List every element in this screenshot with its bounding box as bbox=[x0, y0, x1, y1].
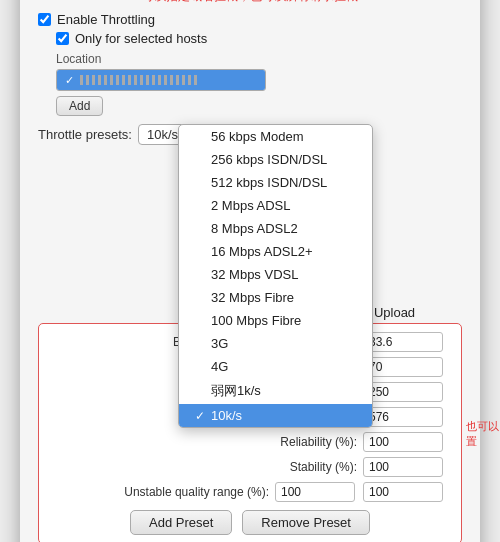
unstable-upload-input[interactable] bbox=[363, 482, 443, 502]
location-row[interactable]: ✓ bbox=[57, 70, 265, 90]
location-checkmark: ✓ bbox=[65, 74, 74, 87]
add-location-button[interactable]: Add bbox=[56, 96, 103, 116]
utilisation-upload-input[interactable] bbox=[363, 357, 443, 377]
dropdown-item-3[interactable]: 2 Mbps ADSL bbox=[179, 194, 372, 217]
dropdown-item-12[interactable]: ✓ 10k/s bbox=[179, 404, 372, 427]
dropdown-item-9[interactable]: 3G bbox=[179, 332, 372, 355]
preset-selected-value: 10k/s bbox=[147, 127, 178, 142]
only-selected-checkbox[interactable] bbox=[56, 32, 69, 45]
unstable-label: Unstable quality range (%): bbox=[49, 485, 275, 499]
dropdown-item-5[interactable]: 16 Mbps ADSL2+ bbox=[179, 240, 372, 263]
latency-download-input[interactable] bbox=[363, 382, 443, 402]
only-selected-row: Only for selected hosts bbox=[56, 31, 462, 46]
dropdown-item-4[interactable]: 8 Mbps ADSL2 bbox=[179, 217, 372, 240]
mtu-download-input[interactable] bbox=[363, 407, 443, 427]
location-table: ✓ bbox=[56, 69, 266, 91]
dropdown-item-2[interactable]: 512 kbps ISDN/DSL bbox=[179, 171, 372, 194]
preset-dropdown-popup: 56 kbps Modem 256 kbps ISDN/DSL 512 kbps… bbox=[178, 124, 373, 428]
preset-buttons-row: Add Preset Remove Preset bbox=[49, 510, 451, 535]
reliability-row: Reliability (%): bbox=[49, 432, 451, 452]
reliability-download-input[interactable] bbox=[363, 432, 443, 452]
unstable-row: Unstable quality range (%): bbox=[49, 482, 451, 502]
stability-row: Stability (%): bbox=[49, 457, 451, 477]
window-body: 可以指定域名拦截，也可以所有请求拦截 Enable Throttling Onl… bbox=[20, 0, 480, 542]
dropdown-item-0[interactable]: 56 kbps Modem bbox=[179, 125, 372, 148]
location-header: Location bbox=[56, 52, 462, 66]
unstable-download-input[interactable] bbox=[275, 482, 355, 502]
dropdown-item-11[interactable]: 弱网1k/s bbox=[179, 378, 372, 404]
enable-throttling-row: Enable Throttling bbox=[38, 12, 462, 27]
stability-label: Stability (%): bbox=[49, 460, 363, 474]
dropdown-item-6[interactable]: 32 Mbps VDSL bbox=[179, 263, 372, 286]
custom-annotation: 也可以自定义设置 bbox=[466, 418, 500, 449]
only-selected-label: Only for selected hosts bbox=[75, 31, 207, 46]
dropdown-item-1[interactable]: 256 kbps ISDN/DSL bbox=[179, 148, 372, 171]
enable-throttling-checkbox[interactable] bbox=[38, 13, 51, 26]
bandwidth-upload-input[interactable] bbox=[363, 332, 443, 352]
reliability-label: Reliability (%): bbox=[49, 435, 363, 449]
add-preset-button[interactable]: Add Preset bbox=[130, 510, 232, 535]
preset-row: Throttle presets: 10k/s ▼ 56 kbps Modem … bbox=[38, 124, 462, 145]
dropdown-item-10[interactable]: 4G bbox=[179, 355, 372, 378]
location-name-bar bbox=[80, 75, 200, 85]
stability-download-input[interactable] bbox=[363, 457, 443, 477]
enable-throttling-label: Enable Throttling bbox=[57, 12, 155, 27]
preset-label: Throttle presets: bbox=[38, 127, 132, 142]
top-annotation: 可以指定域名拦截，也可以所有请求拦截 bbox=[38, 0, 462, 4]
throttle-settings-window: Throttle Settings 可以指定域名拦截，也可以所有请求拦截 Ena… bbox=[20, 0, 480, 542]
location-section: Location ✓ Add bbox=[56, 52, 462, 116]
dropdown-item-7[interactable]: 32 Mbps Fibre bbox=[179, 286, 372, 309]
remove-preset-button[interactable]: Remove Preset bbox=[242, 510, 370, 535]
dropdown-item-8[interactable]: 100 Mbps Fibre bbox=[179, 309, 372, 332]
